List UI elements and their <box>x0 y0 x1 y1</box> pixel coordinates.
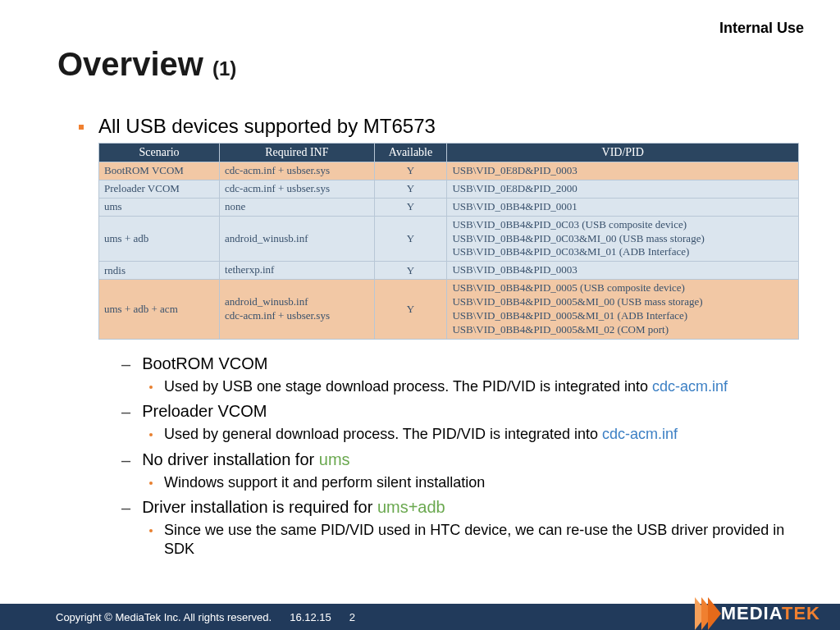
dash-item: –No driver installation for ums <box>121 450 801 470</box>
dash-text: Driver installation is required for ums+… <box>142 498 445 517</box>
dash-item: –BootROM VCOM <box>121 354 801 374</box>
cell-scenario: rndis <box>99 262 220 280</box>
table-row: ums + adb + acmandroid_winusb.infcdc-acm… <box>99 280 799 340</box>
device-table: ScenarioRequired INFAvailableVID/PID Boo… <box>98 143 799 340</box>
cell-inf: cdc-acm.inf + usbser.sys <box>220 162 375 180</box>
footer-bar: Copyright © MediaTek Inc. All rights res… <box>0 604 840 630</box>
table-row: ums + adbandroid_winusb.infYUSB\VID_0BB4… <box>99 216 799 262</box>
dot-item: Used by USB one stage download process. … <box>149 377 801 396</box>
table-row: Preloader VCOMcdc-acm.inf + usbser.sysYU… <box>99 180 799 198</box>
dash-icon: – <box>121 451 130 470</box>
main-bullet-text: All USB devices supported by MT6573 <box>98 115 436 138</box>
cell-scenario: Preloader VCOM <box>99 180 220 198</box>
cell-available: Y <box>374 262 447 280</box>
cell-inf: tetherxp.inf <box>220 262 375 280</box>
cell-available: Y <box>374 280 447 340</box>
table-row: rndistetherxp.infYUSB\VID_0BB4&PID_0003 <box>99 262 799 280</box>
dot-item: Windows support it and perform silent in… <box>149 473 801 492</box>
table-header: Available <box>374 144 447 162</box>
dash-text: BootROM VCOM <box>142 354 267 373</box>
table-row: BootROM VCOMcdc-acm.inf + usbser.sysYUSB… <box>99 162 799 180</box>
sublist: –BootROM VCOMUsed by USB one stage downl… <box>121 354 801 559</box>
cell-inf: none <box>220 198 375 216</box>
dash-icon: – <box>121 355 130 374</box>
slide-title: Overview (1) <box>57 46 236 83</box>
dash-icon: – <box>121 499 130 518</box>
cell-vidpid: USB\VID_0E8D&PID_0003 <box>447 162 799 180</box>
cell-available: Y <box>374 216 447 262</box>
cell-scenario: ums + adb + acm <box>99 280 220 340</box>
dot-item: Used by general download process. The PI… <box>149 425 801 444</box>
dot-text: Windows support it and perform silent in… <box>164 473 485 492</box>
title-main: Overview <box>57 46 212 82</box>
dot-bullet-icon <box>149 482 153 485</box>
logo-text: MEDIATEK <box>721 603 820 624</box>
cell-available: Y <box>374 162 447 180</box>
dot-bullet-icon <box>149 433 153 436</box>
dash-item: –Preloader VCOM <box>121 402 801 422</box>
title-sub: (1) <box>212 57 236 80</box>
dash-text: Preloader VCOM <box>142 402 267 421</box>
cell-vidpid: USB\VID_0BB4&PID_0005 (USB composite dev… <box>447 280 799 340</box>
classification-label: Internal Use <box>719 20 804 37</box>
logo-chevrons-icon <box>695 597 714 630</box>
dash-icon: – <box>121 403 130 422</box>
main-bullet-row: All USB devices supported by MT6573 <box>79 115 801 138</box>
table-header: VID/PID <box>447 144 799 162</box>
footer-date: 16.12.15 <box>290 611 331 623</box>
dash-text: No driver installation for ums <box>142 450 349 469</box>
cell-inf: cdc-acm.inf + usbser.sys <box>220 180 375 198</box>
cell-scenario: BootROM VCOM <box>99 162 220 180</box>
dot-text: Used by general download process. The PI… <box>164 425 678 444</box>
table-header: Required INF <box>220 144 375 162</box>
dot-bullet-icon <box>149 386 153 389</box>
dot-text: Since we use the same PID/VID used in HT… <box>164 521 801 558</box>
footer-page-number: 2 <box>349 611 355 623</box>
cell-available: Y <box>374 198 447 216</box>
dash-item: –Driver installation is required for ums… <box>121 498 801 518</box>
dot-bullet-icon <box>149 529 153 532</box>
cell-vidpid: USB\VID_0BB4&PID_0C03 (USB composite dev… <box>447 216 799 262</box>
dot-item: Since we use the same PID/VID used in HT… <box>149 521 801 558</box>
cell-available: Y <box>374 180 447 198</box>
cell-vidpid: USB\VID_0BB4&PID_0001 <box>447 198 799 216</box>
square-bullet-icon <box>79 125 84 130</box>
cell-scenario: ums <box>99 198 220 216</box>
cell-scenario: ums + adb <box>99 216 220 262</box>
cell-vidpid: USB\VID_0E8D&PID_2000 <box>447 180 799 198</box>
cell-vidpid: USB\VID_0BB4&PID_0003 <box>447 262 799 280</box>
logo: MEDIATEK <box>695 597 840 630</box>
content-area: All USB devices supported by MT6573 Scen… <box>79 115 801 558</box>
cell-inf: android_winusb.infcdc-acm.inf + usbser.s… <box>220 280 375 340</box>
table-row: umsnoneYUSB\VID_0BB4&PID_0001 <box>99 198 799 216</box>
cell-inf: android_winusb.inf <box>220 216 375 262</box>
logo-text-2: TEK <box>782 603 820 623</box>
dot-text: Used by USB one stage download process. … <box>164 377 728 396</box>
footer-copyright: Copyright © MediaTek Inc. All rights res… <box>56 611 272 623</box>
table-header: Scenario <box>99 144 220 162</box>
logo-text-1: MEDIA <box>721 603 782 623</box>
